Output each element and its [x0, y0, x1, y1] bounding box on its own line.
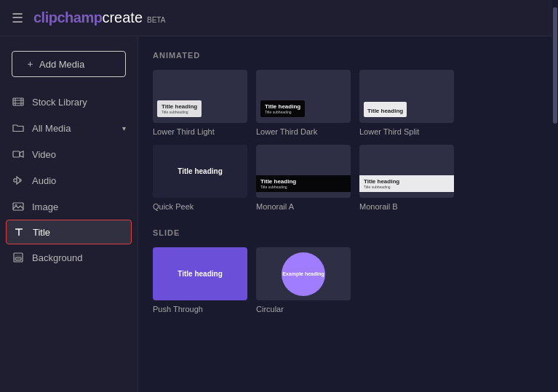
card-quick-peek[interactable]: Title heading Quick Peek: [153, 145, 247, 211]
sidebar-item-label: Title: [33, 227, 50, 238]
card-label-circular: Circular: [256, 305, 284, 313]
card-circular[interactable]: Example heading Circular: [256, 247, 351, 313]
plus-icon: ＋: [25, 57, 35, 71]
sidebar-item-video[interactable]: Video: [0, 141, 137, 167]
sidebar-item-label: Video: [32, 149, 56, 160]
logo-beta: BETA: [147, 16, 165, 24]
image-icon: [12, 200, 25, 213]
card-label-push-through: Push Through: [153, 305, 203, 313]
main-content: ANIMATED Title heading Title subheading …: [138, 36, 558, 392]
card-label-lower-third-dark: Lower Third Dark: [256, 127, 317, 136]
add-media-button[interactable]: ＋ Add Media: [12, 51, 126, 77]
card-lower-third-split[interactable]: Title heading Lower Third Split: [359, 70, 454, 136]
scrollbar-area[interactable]: [552, 0, 558, 392]
card-thumb-push-through: Title heading: [153, 247, 247, 300]
card-label-monorail-a: Monorail A: [256, 202, 294, 211]
sidebar: ＋ Add Media Stock Library All Media ▾ Vi…: [0, 36, 138, 392]
card-thumb-monorail-b: Title heading Title subheading: [359, 145, 454, 198]
card-thumb-lower-third-split: Title heading: [359, 70, 454, 123]
card-thumb-circular: Example heading: [256, 247, 351, 300]
svg-rect-5: [13, 151, 20, 157]
card-label-monorail-b: Monorail B: [359, 202, 398, 211]
card-lower-third-light[interactable]: Title heading Title subheading Lower Thi…: [153, 70, 247, 136]
video-icon: [12, 148, 25, 161]
slide-section-label: SLIDE: [153, 228, 543, 237]
card-label-lower-third-light: Lower Third Light: [153, 127, 215, 136]
sidebar-item-background[interactable]: Background: [0, 244, 137, 271]
title-icon: [12, 225, 25, 239]
film-icon: [12, 95, 25, 108]
add-media-label: Add Media: [39, 59, 84, 70]
lt-dark-title: Title heading: [265, 103, 300, 110]
sidebar-item-audio[interactable]: Audio: [0, 167, 137, 193]
push-title: Title heading: [178, 270, 223, 278]
card-push-through[interactable]: Title heading Push Through: [153, 247, 247, 313]
hamburger-icon[interactable]: ☰: [12, 10, 23, 26]
svg-rect-10: [13, 203, 23, 210]
lt-split-title: Title heading: [367, 108, 403, 114]
sidebar-item-label: Stock Library: [32, 97, 87, 108]
folder-icon: [12, 121, 25, 135]
lt-dark-sub: Title subheading: [265, 110, 300, 114]
sidebar-item-label: All Media: [32, 123, 71, 134]
circ-title: Example heading: [282, 271, 324, 276]
card-label-lower-third-split: Lower Third Split: [359, 127, 419, 136]
logo: clipchamp create BETA: [33, 9, 165, 26]
lt-light-title: Title heading: [162, 103, 197, 110]
logo-clipchamp: clipchamp: [33, 9, 102, 26]
sidebar-item-stock-library[interactable]: Stock Library: [0, 89, 137, 115]
svg-marker-6: [20, 151, 23, 157]
card-thumb-quick-peek: Title heading: [153, 145, 247, 198]
sidebar-item-label: Image: [32, 201, 58, 212]
header: ☰ clipchamp create BETA: [0, 0, 558, 36]
lt-light-sub: Title subheading: [162, 110, 197, 114]
card-lower-third-dark[interactable]: Title heading Title subheading Lower Thi…: [256, 70, 351, 136]
animated-cards-grid: Title heading Title subheading Lower Thi…: [153, 70, 543, 211]
sidebar-item-all-media[interactable]: All Media ▾: [0, 115, 137, 141]
logo-create: create: [102, 9, 143, 26]
mra-title: Title heading: [260, 178, 346, 185]
audio-icon: [12, 174, 25, 187]
card-label-quick-peek: Quick Peek: [153, 202, 194, 211]
mrb-title: Title heading: [364, 178, 450, 185]
chevron-down-icon: ▾: [122, 124, 126, 132]
card-monorail-b[interactable]: Title heading Title subheading Monorail …: [359, 145, 454, 211]
sidebar-item-title[interactable]: Title: [6, 220, 132, 244]
svg-rect-15: [15, 257, 21, 260]
mra-sub: Title subheading: [260, 185, 346, 189]
card-monorail-a[interactable]: Title heading Title subheading Monorail …: [256, 145, 351, 211]
scrollbar-thumb[interactable]: [553, 7, 557, 124]
svg-rect-16: [15, 255, 21, 257]
sidebar-item-image[interactable]: Image: [0, 193, 137, 220]
svg-rect-0: [13, 98, 23, 105]
card-thumb-monorail-a: Title heading Title subheading: [256, 145, 351, 198]
card-thumb-lower-third-light: Title heading Title subheading: [153, 70, 247, 123]
qp-title: Title heading: [178, 167, 223, 175]
sidebar-item-label: Audio: [32, 175, 56, 186]
layout: ＋ Add Media Stock Library All Media ▾ Vi…: [0, 36, 558, 392]
mrb-sub: Title subheading: [364, 185, 450, 189]
background-icon: [12, 251, 25, 264]
slide-cards-grid: Title heading Push Through Example headi…: [153, 247, 543, 313]
card-thumb-lower-third-dark: Title heading Title subheading: [256, 70, 351, 123]
animated-section-label: ANIMATED: [153, 51, 543, 60]
sidebar-item-label: Background: [32, 252, 82, 263]
